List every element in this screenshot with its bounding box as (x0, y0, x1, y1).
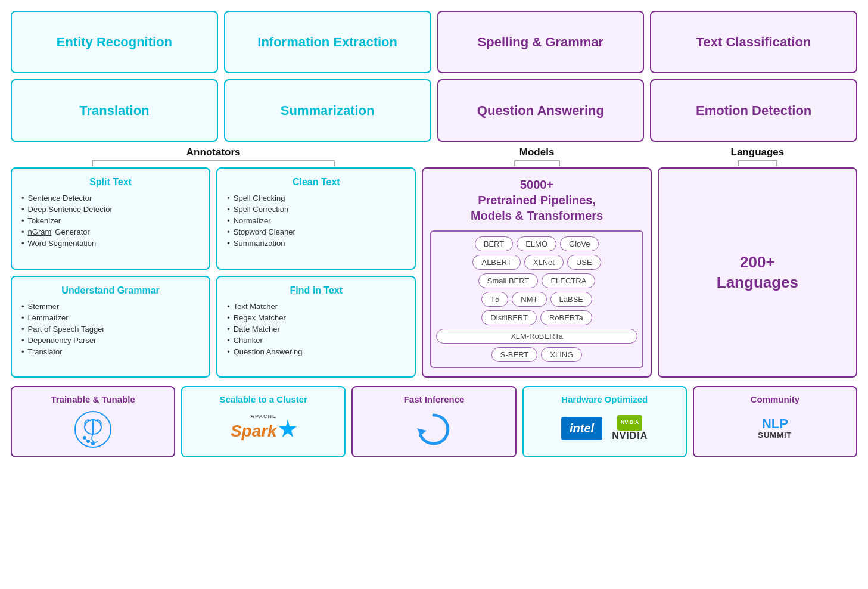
list-item: nGram Generator (21, 226, 200, 238)
model-nmt: NMT (512, 292, 546, 307)
model-row: S-BERT XLING (436, 347, 637, 362)
list-item: Summarization (227, 238, 405, 249)
find-in-text-title: Find in Text (227, 285, 405, 296)
model-row: ALBERT XLNet USE (436, 255, 637, 270)
list-item: Stemmer (21, 301, 200, 312)
trainable-tunable-card: Trainable & Tunable (11, 386, 175, 457)
card-question-answering[interactable]: Question Answering (437, 79, 645, 142)
model-elmo: ELMO (517, 236, 556, 251)
community-card: Community NLP SUMMIT (693, 386, 857, 457)
card-label: Entity Recognition (57, 34, 172, 51)
card-label: Information Extraction (257, 34, 397, 51)
brain-icon (74, 410, 113, 449)
apache-text: APACHE (251, 413, 276, 419)
model-row: T5 NMT LaBSE (436, 292, 637, 307)
trainable-tunable-label: Trainable & Tunable (51, 394, 135, 404)
card-text-classification[interactable]: Text Classification (650, 11, 857, 73)
model-row: BERT ELMO GloVe (436, 236, 637, 251)
community-label: Community (751, 394, 800, 404)
list-item: Word Segmentation (21, 238, 200, 249)
card-label: Question Answering (477, 102, 604, 119)
middle-section: Split Text Sentence Detector Deep Senten… (11, 167, 857, 378)
clean-text-card: Clean Text Spell Checking Spell Correcti… (216, 167, 416, 270)
top-task-grid: Entity Recognition Information Extractio… (11, 11, 857, 142)
card-summarization[interactable]: Summarization (224, 79, 431, 142)
list-item: Regex Matcher (227, 312, 405, 323)
model-labse: LaBSE (550, 292, 592, 307)
list-item: Question Answering (227, 346, 405, 357)
card-information-extraction[interactable]: Information Extraction (224, 11, 431, 73)
brain-logo-area (74, 410, 113, 449)
understand-grammar-title: Understand Grammar (21, 285, 200, 296)
svg-marker-9 (279, 419, 297, 437)
nlp-summit-logo-area: NLP SUMMIT (758, 410, 792, 446)
spark-logo-area: APACHE Spark (231, 410, 297, 446)
languages-label: Languages (731, 147, 785, 158)
spark-star-icon (279, 419, 297, 443)
split-text-title: Split Text (21, 177, 200, 188)
find-in-text-card: Find in Text Text Matcher Regex Matcher … (216, 276, 416, 378)
understand-grammar-card: Understand Grammar Stemmer Lemmatizer Pa… (11, 276, 210, 378)
model-roberta: RoBERTa (540, 310, 592, 325)
model-glove: GloVe (560, 236, 599, 251)
languages-count: 200+ (717, 253, 798, 273)
nvidia-text: NVIDIA (612, 431, 648, 441)
list-item: Translator (21, 346, 200, 357)
card-label: Summarization (281, 102, 375, 119)
hardware-logos-area: intel NVIDIA NVIDIA (561, 410, 648, 446)
intel-logo: intel (561, 417, 602, 440)
svg-line-8 (85, 438, 88, 441)
model-use: USE (567, 255, 601, 270)
nvidia-logo: NVIDIA NVIDIA (612, 415, 648, 441)
languages-content: 200+ Languages (717, 253, 798, 293)
list-item: Chunker (227, 335, 405, 346)
svg-text:NVIDIA: NVIDIA (621, 419, 639, 425)
clean-text-title: Clean Text (227, 177, 405, 188)
scalable-cluster-label: Scalable to a Cluster (220, 394, 308, 404)
model-xlm-roberta: XLM-RoBERTa (436, 329, 637, 344)
svg-marker-10 (417, 428, 427, 435)
hardware-optimized-card: Hardware Optimized intel NVIDIA NVIDIA (522, 386, 687, 457)
nlp-summit-logo: NLP SUMMIT (758, 417, 792, 440)
list-item: Sentence Detector (21, 192, 200, 204)
card-label: Translation (79, 102, 149, 119)
card-spelling-grammar[interactable]: Spelling & Grammar (437, 11, 645, 73)
list-item: Date Matcher (227, 323, 405, 335)
list-item: Normalizer (227, 215, 405, 226)
split-text-card: Split Text Sentence Detector Deep Senten… (11, 167, 210, 270)
scalable-cluster-card: Scalable to a Cluster APACHE Spark (181, 386, 346, 457)
card-label: Text Classification (696, 34, 811, 51)
card-entity-recognition[interactable]: Entity Recognition (11, 11, 218, 73)
card-label: Emotion Detection (696, 102, 811, 119)
circular-arrow-icon (415, 410, 453, 449)
spark-text: Spark (231, 423, 277, 440)
annotators-col: Split Text Sentence Detector Deep Senten… (11, 167, 416, 378)
annotators-label: Annotators (186, 147, 241, 158)
arrow-logo-area (415, 410, 453, 449)
bottom-section: Trainable & Tunable (11, 386, 857, 457)
model-xlnet: XLNet (524, 255, 564, 270)
models-title: 5000+Pretrained Pipelines,Models & Trans… (471, 177, 603, 223)
nvidia-eye-icon: NVIDIA (621, 416, 639, 427)
summit-text: SUMMIT (758, 431, 792, 440)
model-sbert: S-BERT (491, 347, 537, 362)
model-row: Small BERT ELECTRA (436, 273, 637, 288)
card-emotion-detection[interactable]: Emotion Detection (650, 79, 857, 142)
languages-col: 200+ Languages (658, 167, 857, 378)
model-small-bert: Small BERT (478, 273, 539, 288)
spark-logo: APACHE Spark (231, 413, 297, 443)
card-translation[interactable]: Translation (11, 79, 218, 142)
main-wrapper: Entity Recognition Information Extractio… (11, 11, 857, 457)
model-xling: XLING (541, 347, 582, 362)
model-albert: ALBERT (472, 255, 520, 270)
model-t5: T5 (481, 292, 508, 307)
list-item: Text Matcher (227, 301, 405, 312)
model-electra: ELECTRA (542, 273, 595, 288)
languages-text: Languages (717, 273, 798, 293)
list-item: Dependency Parser (21, 335, 200, 346)
model-row: XLM-RoBERTa (436, 329, 637, 344)
models-label: Models (519, 147, 555, 158)
models-col: 5000+Pretrained Pipelines,Models & Trans… (422, 167, 651, 378)
list-item: Lemmatizer (21, 312, 200, 323)
fast-inference-label: Fast Inference (404, 394, 465, 404)
